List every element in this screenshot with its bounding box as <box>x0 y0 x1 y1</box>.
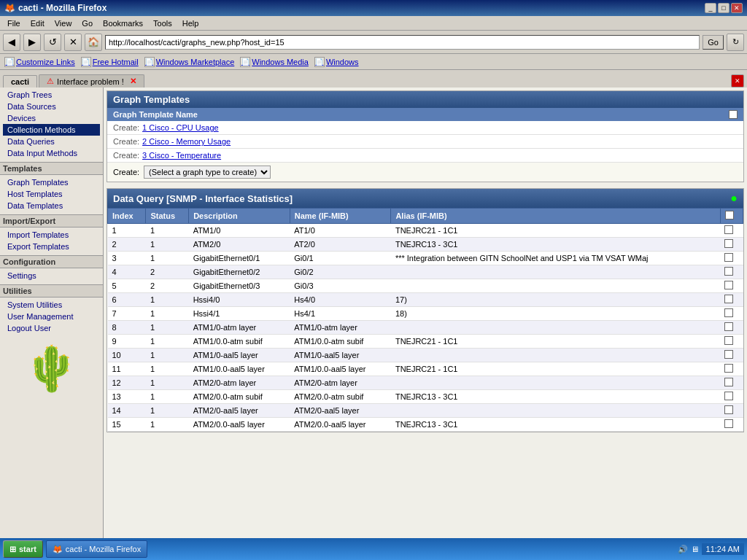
sidebar-item-logout[interactable]: Logout User <box>3 322 100 334</box>
data-query-title: Data Query [SNMP - Interface Statistics] <box>113 193 293 204</box>
cell-index: 12 <box>108 376 146 390</box>
row-checkbox[interactable] <box>724 364 733 373</box>
sidebar-category-import-export[interactable]: Import/Export <box>0 214 103 228</box>
cell-alias: *** Integration between GITN SchoolNet a… <box>391 252 720 265</box>
menu-view[interactable]: View <box>50 18 77 28</box>
toolbar: ◀ ▶ ↺ ✕ 🏠 http://localhost/cacti/graphs_… <box>0 31 747 54</box>
new-tab-button[interactable]: ✕ <box>731 74 744 88</box>
cell-index: 15 <box>108 418 146 432</box>
graph-templates-title: Graph Templates <box>113 94 190 105</box>
sidebar-item-graph-templates[interactable]: Graph Templates <box>3 176 100 188</box>
cell-status: 1 <box>146 238 189 252</box>
stop-button[interactable]: ✕ <box>64 34 82 51</box>
tab-interface-label: Interface problem ! <box>57 77 124 86</box>
row-checkbox[interactable] <box>724 308 733 317</box>
sidebar-item-data-templates[interactable]: Data Templates <box>3 200 100 211</box>
row-checkbox[interactable] <box>724 253 733 262</box>
menu-tools[interactable]: Tools <box>149 18 177 28</box>
menu-help[interactable]: Help <box>178 18 204 28</box>
row-checkbox[interactable] <box>724 322 733 331</box>
reload-button[interactable]: ↺ <box>44 34 61 51</box>
row-checkbox[interactable] <box>724 419 733 428</box>
cell-status: 1 <box>146 349 189 362</box>
go-button[interactable]: Go <box>703 35 724 50</box>
sidebar-item-export-templates[interactable]: Export Templates <box>3 241 100 252</box>
bookmark-marketplace[interactable]: 📄 Windows Marketplace <box>144 57 235 67</box>
cell-alias: TNEJRC21 - 1C1 <box>391 362 720 376</box>
cell-description: ATM2/0-aal5 layer <box>189 404 290 418</box>
home-button[interactable]: 🏠 <box>85 34 102 51</box>
tab-cacti[interactable]: cacti <box>3 75 37 88</box>
row-checkbox[interactable] <box>724 350 733 359</box>
create-link-2[interactable]: 2 Cisco - Memory Usage <box>142 137 231 146</box>
tab-close-icon[interactable]: ✕ <box>130 77 136 86</box>
sidebar-item-data-input-methods[interactable]: Data Input Methods <box>3 147 100 159</box>
sidebar-item-system-utilities[interactable]: System Utilities <box>3 299 100 311</box>
taskbar-item-cacti[interactable]: 🦊 cacti - Mozilla Firefox <box>46 540 147 558</box>
window-controls[interactable]: _ □ ✕ <box>705 3 743 13</box>
sidebar-category-configuration[interactable]: Configuration <box>0 255 103 268</box>
sidebar-item-collection-methods[interactable]: Collection Methods <box>3 124 100 136</box>
row-checkbox[interactable] <box>724 405 733 414</box>
row-checkbox[interactable] <box>724 378 733 386</box>
row-checkbox[interactable] <box>724 267 733 276</box>
table-row: 6 1 Hssi4/0 Hs4/0 17) <box>108 293 743 307</box>
col-status: Status <box>146 209 189 224</box>
sidebar-item-data-queries[interactable]: Data Queries <box>3 136 100 147</box>
sidebar-item-user-management[interactable]: User Management <box>3 311 100 322</box>
taskbar-right: 🔊 🖥 11:24 AM <box>678 543 744 555</box>
maximize-button[interactable]: □ <box>718 3 729 13</box>
cell-checkbox <box>720 362 743 376</box>
cell-description: ATM1/0 <box>189 224 290 238</box>
close-button[interactable]: ✕ <box>731 3 743 13</box>
start-button[interactable]: ⊞ start <box>3 540 43 558</box>
minimize-button[interactable]: _ <box>705 3 716 13</box>
bookmark-media[interactable]: 📄 Windows Media <box>240 57 309 67</box>
create-link-3[interactable]: 3 Cisco - Temperature <box>142 151 221 160</box>
col-name: Name (IF-MIB) <box>290 209 391 224</box>
taskbar: ⊞ start 🦊 cacti - Mozilla Firefox 🔊 🖥 11… <box>0 538 747 560</box>
cell-index: 10 <box>108 349 146 362</box>
cell-alias: TNEJRC13 - 3C1 <box>391 418 720 432</box>
create-row-1: Create: 1 Cisco - CPU Usage <box>107 121 743 135</box>
sidebar-item-data-sources[interactable]: Data Sources <box>3 101 100 112</box>
bookmark-customize[interactable]: 📄 Customize Links <box>4 57 75 67</box>
select-all-checkbox[interactable] <box>729 110 738 119</box>
graph-template-column: Graph Template Name <box>113 110 198 119</box>
cell-checkbox <box>720 279 743 293</box>
sidebar-category-templates[interactable]: Templates <box>0 162 103 175</box>
row-checkbox[interactable] <box>724 295 733 303</box>
sidebar-item-devices[interactable]: Devices <box>3 112 100 124</box>
menu-file[interactable]: File <box>3 18 25 28</box>
close-tab-icon[interactable]: ✕ <box>731 74 744 88</box>
cell-alias: TNEJRC21 - 1C1 <box>391 335 720 349</box>
graph-type-select[interactable]: (Select a graph type to create) <box>144 166 271 179</box>
bookmark-windows[interactable]: 📄 Windows <box>314 57 359 67</box>
sidebar-category-utilities[interactable]: Utilities <box>0 284 103 298</box>
cell-name: Hs4/1 <box>290 307 391 321</box>
row-checkbox[interactable] <box>724 225 733 234</box>
row-checkbox[interactable] <box>724 239 733 248</box>
back-button[interactable]: ◀ <box>3 34 20 51</box>
refresh-icon[interactable]: ↻ <box>727 34 744 51</box>
hotmail-icon: 📄 <box>81 57 91 67</box>
forward-button[interactable]: ▶ <box>23 34 41 51</box>
create-link-1[interactable]: 1 Cisco - CPU Usage <box>142 123 219 132</box>
tab-interface-problem[interactable]: ⚠ Interface problem ! ✕ <box>39 74 144 88</box>
sidebar-item-host-templates[interactable]: Host Templates <box>3 188 100 200</box>
row-checkbox[interactable] <box>724 392 733 400</box>
bookmark-hotmail[interactable]: 📄 Free Hotmail <box>81 57 139 67</box>
sidebar-item-import-templates[interactable]: Import Templates <box>3 229 100 241</box>
menu-go[interactable]: Go <box>77 18 97 28</box>
sidebar-item-graph-trees[interactable]: Graph Trees <box>3 89 100 101</box>
tabs-bar: cacti ⚠ Interface problem ! ✕ ✕ <box>0 70 747 88</box>
cell-checkbox <box>720 404 743 418</box>
menu-edit[interactable]: Edit <box>26 18 49 28</box>
row-checkbox[interactable] <box>724 336 733 345</box>
menu-bookmarks[interactable]: Bookmarks <box>98 18 147 28</box>
sidebar-item-settings[interactable]: Settings <box>3 270 100 281</box>
select-all-dq-checkbox[interactable] <box>725 211 734 219</box>
cell-description: ATM1/0.0-aal5 layer <box>189 362 290 376</box>
row-checkbox[interactable] <box>724 281 733 289</box>
address-input[interactable]: http://localhost/cacti/graphs_new.php?ho… <box>105 35 700 50</box>
